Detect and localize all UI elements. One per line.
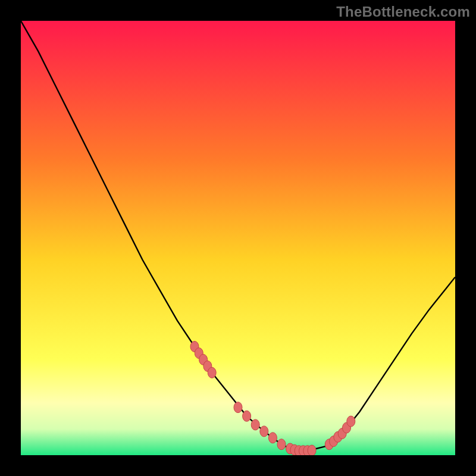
highlight-marker bbox=[277, 439, 286, 450]
highlight-marker bbox=[308, 445, 316, 455]
highlight-marker bbox=[260, 426, 268, 437]
highlight-marker bbox=[234, 402, 242, 413]
chart-frame bbox=[21, 21, 455, 455]
highlight-marker bbox=[243, 411, 251, 421]
bottleneck-chart bbox=[21, 21, 455, 455]
highlight-marker bbox=[268, 433, 277, 443]
gradient-background bbox=[21, 21, 455, 455]
highlight-marker bbox=[251, 419, 259, 430]
highlight-marker bbox=[208, 367, 216, 378]
highlight-marker bbox=[347, 416, 355, 427]
watermark-text: TheBottleneck.com bbox=[336, 4, 470, 20]
